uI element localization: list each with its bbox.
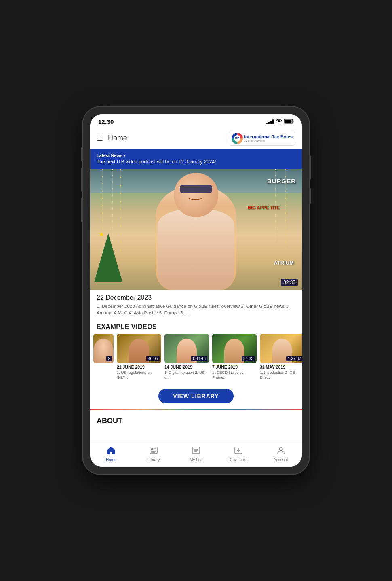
volume-up-button[interactable]	[81, 168, 83, 192]
status-time: 12:30	[98, 118, 114, 125]
signal-icon	[266, 119, 274, 124]
video-thumbnail: BURGER BIG APPE TITE ATRIUM ★	[90, 169, 302, 290]
nav-home-label: Home	[106, 458, 117, 462]
thumb-3-date: 7 JUNE 2019	[212, 365, 257, 369]
thumb-3-desc: 1. OECD Inclusive Frame...	[212, 370, 257, 380]
video-description: 1. December 2023 Administrative Guidance…	[97, 303, 295, 316]
video-thumb-0[interactable]: 9	[93, 334, 114, 380]
mute-button[interactable]	[81, 147, 83, 161]
nav-account[interactable]: Account	[269, 446, 293, 462]
header-title: Home	[108, 134, 127, 142]
nav-library-label: Library	[148, 458, 160, 462]
device-screen: 12:30	[90, 114, 302, 467]
atrium-sign: ATRIUM	[274, 260, 294, 266]
thumb-2-date: 14 JUNE 2019	[164, 365, 209, 369]
nav-downloads[interactable]: Downloads	[226, 446, 251, 462]
bottom-nav: Home Library	[90, 443, 302, 467]
thumb-2-duration: 1:08:46	[191, 356, 207, 361]
logo-text-block: International Tax Bytes by Steve Towers	[244, 134, 293, 142]
power-button[interactable]	[309, 155, 311, 180]
burger-sign: BURGER	[267, 178, 296, 184]
thumb-4-date: 31 MAY 2019	[260, 365, 302, 369]
logo-main: International Tax Bytes	[244, 134, 293, 139]
nav-account-label: Account	[274, 458, 288, 462]
thumb-1-desc: 1. US regulations on GILT...	[117, 370, 161, 380]
thumb-0-duration: 9	[106, 356, 112, 361]
nav-mylist[interactable]: My List	[184, 446, 208, 462]
nav-downloads-label: Downloads	[228, 458, 248, 462]
thumb-4-desc: 1. Introduction 2. GE Ene...	[260, 370, 302, 380]
news-text: The next ITB video podcast will be on 12…	[97, 159, 295, 165]
app-logo[interactable]: ITB International Tax Bytes by Steve Tow…	[229, 131, 295, 146]
news-banner[interactable]: Latest News › The next ITB video podcast…	[90, 149, 302, 169]
big-appetite-sign: BIG APPE TITE	[248, 205, 280, 210]
example-videos-title: EXAMPLE VIDEOS	[90, 319, 302, 334]
video-thumb-4[interactable]: 1:27:37 31 MAY 2019 1. Introduction 2. G…	[260, 334, 302, 380]
status-bar: 12:30	[90, 114, 302, 128]
wifi-icon	[276, 119, 282, 125]
nav-mylist-label: My List	[190, 458, 202, 462]
thumb-1-duration: 46:05	[146, 356, 160, 361]
logo-by: by Steve Towers	[244, 139, 293, 142]
logo-inner-text: ITB	[234, 135, 240, 142]
hamburger-icon[interactable]: ☰	[97, 134, 103, 143]
logo-circle: ITB	[232, 133, 243, 144]
video-thumb-1[interactable]: 46:05 21 JUNE 2019 1. US regulations on …	[117, 334, 161, 380]
video-thumb-2[interactable]: 1:08:46 14 JUNE 2019 1. Digital taxation…	[164, 334, 209, 380]
thumb-2-desc: 1. Digital taxation 2. US c...	[164, 370, 209, 380]
video-duration: 32:35	[281, 279, 298, 286]
video-thumb-3[interactable]: 51:33 7 JUNE 2019 1. OECD Inclusive Fram…	[212, 334, 257, 380]
about-title: ABOUT	[97, 417, 295, 425]
header-left: ☰ Home	[97, 134, 127, 143]
about-section: ABOUT	[90, 410, 302, 443]
view-library-button[interactable]: VIEW LIBRARY	[158, 389, 233, 403]
video-info: 22 December 2023 1. December 2023 Admini…	[90, 290, 302, 319]
view-library-section: VIEW LIBRARY	[90, 384, 302, 409]
nav-library[interactable]: Library	[141, 446, 166, 462]
thumb-3-duration: 51:33	[242, 356, 255, 361]
status-icons	[266, 118, 294, 125]
thumb-4-duration: 1:27:37	[286, 356, 302, 361]
svg-point-14	[279, 447, 282, 451]
nav-home[interactable]: Home	[99, 446, 123, 462]
news-label[interactable]: Latest News ›	[97, 152, 295, 158]
account-icon	[276, 446, 285, 456]
volume-button[interactable]	[309, 188, 311, 204]
featured-video[interactable]: BURGER BIG APPE TITE ATRIUM ★ 32:35	[90, 169, 302, 290]
svg-rect-2	[285, 120, 292, 123]
device-shell: 12:30	[83, 107, 309, 475]
svg-rect-4	[151, 448, 153, 450]
app-header: ☰ Home ITB International Tax Bytes by St…	[90, 128, 302, 149]
thumb-1-date: 21 JUNE 2019	[117, 365, 161, 369]
library-icon	[149, 446, 158, 456]
downloads-icon	[234, 446, 243, 456]
battery-icon	[284, 118, 294, 125]
video-strip: 9 46:05 21 JUNE 2019 1. US regulations o…	[90, 334, 302, 384]
mylist-icon	[192, 446, 200, 456]
volume-down-button[interactable]	[81, 198, 83, 222]
video-date: 22 December 2023	[97, 294, 295, 301]
home-icon	[107, 446, 116, 456]
svg-rect-1	[293, 120, 294, 122]
